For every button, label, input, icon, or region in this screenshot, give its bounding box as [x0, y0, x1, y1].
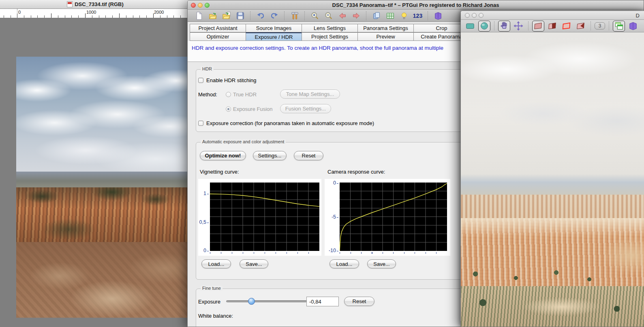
- optimize-now-button[interactable]: Optimize now!: [200, 151, 246, 160]
- duplicate-icon[interactable]: [371, 11, 382, 21]
- exposure-slider-label: Exposure: [198, 299, 220, 305]
- y-tick-label: -10: [329, 248, 336, 253]
- response-load-button[interactable]: Load...: [329, 259, 359, 268]
- table-icon[interactable]: [385, 11, 396, 21]
- zoom-button[interactable]: [479, 13, 484, 18]
- photo-foreground-slope: [16, 242, 190, 318]
- image-mode-3-icon[interactable]: [561, 21, 573, 32]
- response-x-ticks: [340, 252, 447, 254]
- close-button[interactable]: [465, 13, 470, 18]
- vignetting-plot: [210, 183, 319, 251]
- fine-tune-group-label: Fine tune: [201, 286, 223, 291]
- screen: DSC_7334.tif (RGB) 0 1000 2000 DSC_7334 …: [0, 0, 644, 327]
- image-viewer-title: DSC_7334.tif (RGB): [75, 1, 124, 7]
- true-hdr-radio[interactable]: [226, 92, 231, 97]
- exposure-slider[interactable]: [226, 300, 307, 302]
- image-number-badge[interactable]: 3: [595, 22, 605, 30]
- exposure-fusion-label: Exposure Fusion: [233, 106, 273, 112]
- help-book-icon[interactable]: [432, 11, 443, 21]
- forward-icon[interactable]: [351, 11, 362, 21]
- tab-preview[interactable]: Preview: [357, 32, 414, 41]
- hdr-group-label: HDR: [201, 66, 214, 71]
- exposure-correction-checkbox[interactable]: [198, 121, 203, 126]
- help-book-icon[interactable]: [627, 21, 639, 32]
- toolbar-separator: [284, 11, 285, 20]
- vignetting-curve-chart: 10,50: [198, 179, 321, 256]
- windows-icon[interactable]: [613, 21, 625, 32]
- flat-projection-icon[interactable]: [464, 21, 476, 32]
- minimize-button[interactable]: [472, 13, 477, 18]
- panorama-preview-image[interactable]: [461, 32, 644, 327]
- source-photo: [16, 57, 190, 318]
- lightbulb-icon[interactable]: [398, 11, 409, 21]
- zoom-in-icon[interactable]: [309, 11, 320, 21]
- redo-icon[interactable]: [269, 11, 280, 21]
- photo-sky: [16, 57, 190, 177]
- move-tool-icon[interactable]: [512, 21, 524, 32]
- window-title: DSC_7334 Panorama–tif * – PTGui Pro regi…: [188, 2, 644, 8]
- tools-icon[interactable]: [289, 11, 300, 21]
- vignetting-load-button[interactable]: Load...: [201, 259, 231, 268]
- y-tick-label: 0: [333, 180, 336, 186]
- tiff-file-icon: [67, 1, 73, 7]
- zoom-out-icon[interactable]: [323, 11, 334, 21]
- panorama-editor-window: D 3: [460, 11, 644, 327]
- numeric-123-icon[interactable]: 123: [412, 11, 423, 21]
- y-tick-label: -5: [332, 214, 336, 220]
- toolbar-separator: [304, 11, 305, 20]
- exposure-fusion-radio[interactable]: [226, 106, 231, 112]
- fusion-settings-button[interactable]: Fusion Settings...: [280, 104, 331, 113]
- open-project-icon[interactable]: [207, 11, 218, 21]
- white-balance-label: White balance:: [198, 313, 233, 319]
- y-tick-label: 1: [203, 191, 206, 196]
- vignetting-save-button[interactable]: Save...: [240, 259, 268, 268]
- image-viewer-titlebar: DSC_7334.tif (RGB): [0, 0, 190, 9]
- image-mode-4-icon[interactable]: [575, 21, 587, 32]
- settings-button[interactable]: Settings...: [253, 151, 287, 160]
- reset-button[interactable]: Reset: [294, 151, 323, 160]
- pano-sky: [461, 32, 644, 180]
- tab-label: Optimizer: [207, 34, 229, 40]
- tab-label: Crop: [436, 25, 447, 31]
- tab-project-assistant[interactable]: Project Assistant: [190, 24, 246, 32]
- tab-optimizer[interactable]: Optimizer: [190, 32, 246, 41]
- image-canvas: [0, 18, 190, 327]
- response-save-button[interactable]: Save...: [367, 259, 396, 268]
- tab-project-settings[interactable]: Project Settings: [302, 32, 358, 41]
- auto-exposure-group-label: Automatic exposure and color adjustment: [201, 139, 286, 144]
- tab-source-images[interactable]: Source Images: [246, 24, 302, 32]
- hand-tool-icon[interactable]: [498, 21, 510, 32]
- description-text: HDR and exposure correction settings. To…: [192, 45, 443, 51]
- fine-tune-reset-button[interactable]: Reset: [344, 297, 374, 306]
- tone-map-settings-button[interactable]: Tone Map Settings...: [280, 89, 340, 99]
- enable-hdr-checkbox[interactable]: [198, 78, 203, 83]
- tab-lens-settings[interactable]: Lens Settings: [302, 24, 358, 32]
- ruler-origin-marker: [17, 9, 17, 18]
- image-mode-2-icon[interactable]: [546, 21, 558, 32]
- tab-exposure-hdr[interactable]: Exposure / HDR: [246, 32, 302, 41]
- tab-row-2: Optimizer Exposure / HDR Project Setting…: [190, 32, 470, 41]
- tab-panorama-settings[interactable]: Panorama Settings: [357, 24, 414, 32]
- editor-toolbar: 3: [461, 20, 644, 32]
- tab-label: Lens Settings: [314, 25, 346, 31]
- toolbar-separator: [250, 11, 250, 20]
- vignetting-x-ticks: [210, 252, 319, 254]
- tab-row-1: Project Assistant Source Images Lens Set…: [190, 24, 470, 32]
- tab-label: Create Panorama: [421, 34, 462, 40]
- exposure-correction-label: Exposure correction (for panoramas taken…: [206, 120, 374, 126]
- image-mode-1-icon[interactable]: [532, 21, 544, 32]
- image-number-label: 3: [599, 23, 601, 29]
- undo-icon[interactable]: [255, 11, 266, 21]
- exposure-value-field[interactable]: -0,84: [306, 297, 339, 306]
- toolbar-separator: [591, 21, 591, 30]
- spherical-projection-icon[interactable]: [478, 21, 490, 32]
- response-plot: [340, 183, 447, 251]
- save-project-icon[interactable]: [235, 11, 246, 21]
- pano-hoodoo-cliffs: [461, 218, 644, 286]
- camera-response-chart: 0-5-10: [325, 179, 450, 256]
- back-icon[interactable]: [337, 11, 348, 21]
- ruler-tick-label: 0: [18, 10, 21, 15]
- open-recent-icon[interactable]: [221, 11, 232, 21]
- tab-label: Preview: [376, 34, 395, 40]
- new-project-icon[interactable]: [193, 11, 204, 21]
